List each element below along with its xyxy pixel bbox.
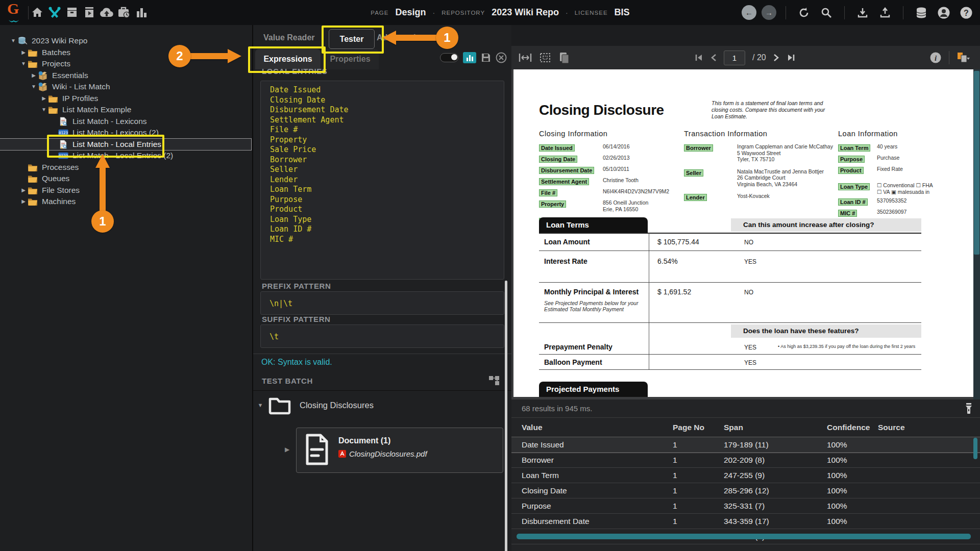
clear-results-icon[interactable] <box>965 403 973 415</box>
next-page-icon[interactable] <box>773 54 779 62</box>
tree-item-label: Projects <box>42 58 70 70</box>
results-row-loan-term[interactable]: Loan Term1247-255 (9)100% <box>511 468 980 483</box>
results-column-page-no[interactable]: Page No <box>673 423 724 432</box>
first-page-icon[interactable] <box>694 54 703 62</box>
doc-field-row: Date Issued06/14/2016 <box>539 143 669 152</box>
tab-value-reader[interactable]: Value Reader <box>263 33 315 42</box>
tree-item-projects[interactable]: ▼Projects <box>0 58 252 70</box>
save-icon[interactable] <box>481 53 491 63</box>
forward-icon[interactable]: → <box>762 5 776 20</box>
repository-value[interactable]: 2023 Wiki Repo <box>492 7 559 18</box>
tree-item-label: Machines <box>42 196 76 208</box>
doc-field-label-highlight: Settlement Agent <box>539 178 589 185</box>
doc-field-row: Loan Type☐ Conventional ☐ FHA ☐ VA ▣ mal… <box>838 182 950 195</box>
tree-item-label: IP Profiles <box>62 93 98 105</box>
prepayment-penalty-answer: YES <box>744 344 756 351</box>
viewer-toolbar: 1 / 20 i <box>511 46 980 70</box>
user-icon[interactable] <box>935 4 952 21</box>
download-icon[interactable] <box>854 4 871 21</box>
layout-icon[interactable] <box>957 52 972 64</box>
local-entry: Seller <box>270 165 504 175</box>
topbar-divider <box>786 6 786 19</box>
info-icon[interactable]: i <box>929 52 942 64</box>
region-icon[interactable] <box>539 52 551 63</box>
upload-icon[interactable] <box>876 4 894 21</box>
results-horizontal-scrollbar[interactable] <box>517 534 971 539</box>
panel-splitter[interactable] <box>505 281 507 551</box>
fit-width-icon[interactable] <box>519 53 532 63</box>
results-row-purpose[interactable]: Purpose1325-331 (7)100% <box>511 498 980 514</box>
divider <box>253 354 511 354</box>
results-column-span[interactable]: Span <box>724 423 827 432</box>
tree-item-label: Wiki - List Match <box>52 81 110 93</box>
doc-field-label-highlight: Purpose <box>838 156 865 163</box>
doc-field-label-highlight: Property <box>539 201 566 208</box>
chevron-right-icon[interactable]: ▶ <box>19 47 28 59</box>
local-entry: Property <box>270 135 504 145</box>
results-column-confidence[interactable]: Confidence <box>827 423 878 432</box>
results-row-closing-date[interactable]: Closing Date1285-296 (12)100% <box>511 483 980 498</box>
suffix-pattern-input[interactable]: \t <box>260 324 504 348</box>
tree-item-processes[interactable]: Processes <box>0 162 252 173</box>
doc-field-value: 856 Oneill Junction Erie, PA 16550 <box>603 199 669 212</box>
close-icon[interactable] <box>496 52 507 63</box>
chevron-right-icon[interactable]: ▶ <box>19 196 28 208</box>
batch-folder-row[interactable]: ▼ Closing Disclosures <box>253 395 374 415</box>
results-cell: 1 <box>673 456 724 465</box>
doc-field-value: Fixed Rate <box>877 165 950 174</box>
chevron-right-icon[interactable]: ▶ <box>30 70 38 82</box>
results-row-disbursement-date[interactable]: Disbursement Date1343-359 (17)100% <box>511 514 980 529</box>
tree-item-list-match-lexicons[interactable]: List Match - Lexicons <box>0 116 252 128</box>
chevron-down-icon[interactable]: ▼ <box>40 104 48 116</box>
local-entries-editor[interactable]: Date IssuedClosing DateDisbursement Date… <box>260 81 504 280</box>
tree-item-essentials[interactable]: ▶Essentials <box>0 70 252 82</box>
help-icon[interactable]: ? <box>958 4 975 21</box>
value-reader-panel: Value Reader Tester Advanced Expressions… <box>253 25 512 551</box>
refresh-icon[interactable] <box>795 4 813 21</box>
chevron-right-icon[interactable]: ▶ <box>19 185 28 196</box>
doc-field-row: Loan ID #5370953352 <box>838 197 950 206</box>
database-icon[interactable] <box>913 4 930 21</box>
prefix-pattern-input[interactable]: \n|\t <box>260 291 504 315</box>
document-viewer[interactable]: Closing Disclosure This form is a statem… <box>511 69 980 399</box>
toggle-icon[interactable] <box>440 53 458 62</box>
tree-item-machines[interactable]: ▶Machines <box>0 196 252 208</box>
tree-item-queues[interactable]: Queues <box>0 173 252 185</box>
document-page[interactable]: Closing Disclosure This form is a statem… <box>513 69 973 397</box>
suffix-pattern-label: SUFFIX PATTERN <box>262 315 331 323</box>
monthly-pi-note: See Projected Payments below for your Es… <box>544 300 651 312</box>
results-vertical-scrollbar[interactable] <box>973 438 977 459</box>
tree-item-list-match-example[interactable]: ▼List Match Example <box>0 104 252 116</box>
tree-item-ip-profiles[interactable]: ▶IP Profiles <box>0 93 252 105</box>
results-column-value[interactable]: Value <box>522 423 673 432</box>
chevron-right-icon[interactable]: ▶ <box>40 93 48 105</box>
batch-document-card[interactable]: Document (1) ClosingDisclosures.pdf <box>296 428 503 473</box>
copy-icon[interactable] <box>558 52 570 64</box>
viewer-scrollbar[interactable] <box>973 69 980 399</box>
page-number-input[interactable]: 1 <box>724 51 745 65</box>
tree-item-file-stores[interactable]: ▶File Stores <box>0 185 252 196</box>
prev-page-icon[interactable] <box>710 54 717 62</box>
expander-icon[interactable]: ▶ <box>285 446 289 453</box>
results-column-source[interactable]: Source <box>878 423 980 432</box>
chart-icon[interactable] <box>463 52 476 63</box>
chevron-down-icon[interactable]: ▼ <box>30 81 38 93</box>
results-row-borrower[interactable]: Borrower1202-209 (8)100% <box>511 453 980 468</box>
folder-icon <box>28 163 39 172</box>
tree-item-2023-wiki-repo[interactable]: ▼2023 Wiki Repo <box>0 35 252 47</box>
doc-section-heading: Loan Information <box>838 130 950 138</box>
last-page-icon[interactable] <box>787 54 796 62</box>
page-value[interactable]: Design <box>395 7 426 18</box>
interest-rate-answer: YES <box>744 258 756 265</box>
batch-hierarchy-icon[interactable] <box>488 375 500 386</box>
folder-icon <box>48 105 59 114</box>
expander-icon[interactable]: ▼ <box>256 402 265 408</box>
chevron-down-icon[interactable]: ▼ <box>9 35 17 47</box>
search-icon[interactable] <box>818 4 835 21</box>
results-row-date-issued[interactable]: Date Issued1179-189 (11)100% <box>511 437 980 453</box>
tree-item-wiki-list-match[interactable]: ▼Wiki - List Match <box>0 81 252 93</box>
chevron-down-icon[interactable]: ▼ <box>19 58 28 70</box>
back-icon[interactable]: ← <box>742 5 756 20</box>
doc-section-heading: Closing Information <box>539 130 669 138</box>
tree-item-label: List Match Example <box>62 104 131 116</box>
